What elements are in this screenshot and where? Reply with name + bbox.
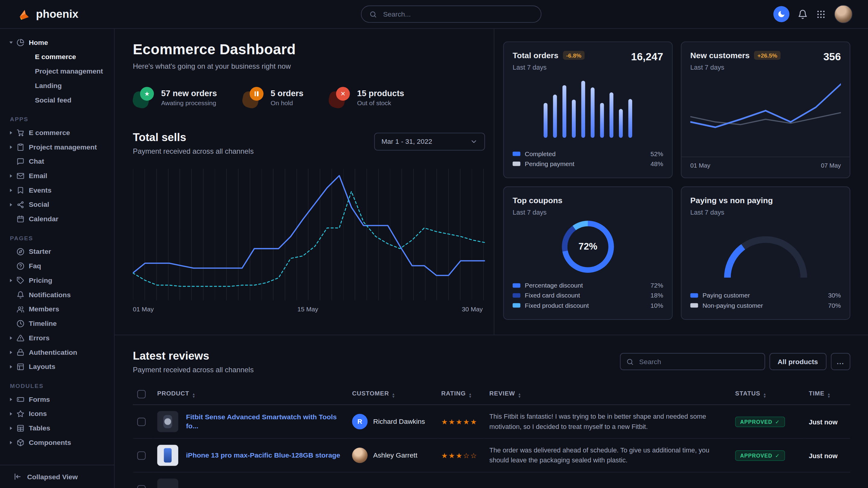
stat-label: On hold — [271, 99, 303, 106]
bar — [562, 85, 566, 138]
checkbox-cell — [133, 405, 153, 438]
total-orders-value: 16,247 — [631, 51, 663, 63]
bar — [572, 99, 576, 138]
sidebar-item-timeline[interactable]: Timeline — [10, 317, 110, 331]
latest-reviews-title: Latest reviews — [133, 350, 254, 362]
sidebar-item-icons[interactable]: Icons — [10, 406, 110, 421]
sidebar-item-members[interactable]: Members — [10, 302, 110, 317]
bookmark-icon — [17, 187, 25, 194]
collapse-icon — [13, 473, 22, 481]
all-products-button[interactable]: All products — [769, 353, 826, 370]
sort-icon: ▲▼ — [827, 393, 831, 398]
share-icon — [17, 201, 25, 208]
global-search-input[interactable] — [382, 10, 533, 19]
clock-icon — [17, 320, 25, 328]
legend-label: Pending payment — [525, 160, 574, 167]
caret-right-icon — [10, 203, 12, 206]
sidebar-item-project-management[interactable]: Project management — [10, 64, 110, 79]
total-orders-card: Total orders -6.8% Last 7 days 16,247 Co… — [503, 42, 673, 178]
column-header-time[interactable]: TIME▲▼ — [804, 384, 850, 405]
sidebar-item-faq[interactable]: Faq — [10, 259, 110, 273]
top-coupons-title: Top coupons — [513, 196, 562, 205]
legend-value: 10% — [651, 302, 663, 308]
sidebar-item-project-management[interactable]: Project management — [10, 140, 110, 154]
sort-icon: ▲▼ — [392, 393, 395, 398]
new-customers-card: New customers +26.5% Last 7 days 356 01 — [681, 42, 850, 178]
table-row: Fitbit Sense Advanced Smartwatch with To… — [133, 405, 850, 438]
sidebar-item-tables[interactable]: Tables — [10, 421, 110, 435]
product-image — [157, 411, 178, 432]
sidebar-item-events[interactable]: Events — [10, 183, 110, 198]
sidebar-item-label: Notifications — [29, 291, 70, 299]
caret-right-icon — [10, 131, 12, 134]
sidebar-item-chat[interactable]: Chat — [10, 154, 110, 169]
column-header-review[interactable]: REVIEW▲▼ — [485, 384, 731, 405]
row-checkbox[interactable] — [137, 451, 146, 460]
column-header-rating[interactable]: RATING▲▼ — [437, 384, 485, 405]
legend-value: 72% — [651, 282, 663, 289]
product-link[interactable]: Fitbit Sense Advanced Smartwatch with To… — [186, 413, 343, 431]
legend-swatch — [690, 303, 698, 308]
select-all-checkbox[interactable] — [137, 390, 146, 398]
sidebar-item-starter[interactable]: Starter — [10, 245, 110, 259]
sidebar: HomeE commerceProject managementLandingS… — [0, 29, 115, 488]
customer-avatar — [352, 448, 367, 463]
brand[interactable]: phoenix — [17, 7, 79, 22]
sidebar-item-components[interactable]: Components — [10, 435, 110, 450]
user-avatar[interactable] — [834, 5, 852, 24]
sidebar-item-layouts[interactable]: Layouts — [10, 360, 110, 374]
sidebar-item-label: Social — [29, 201, 49, 208]
legend-swatch — [690, 293, 698, 298]
notifications-bell-icon[interactable] — [798, 9, 808, 19]
sidebar-item-e-commerce[interactable]: E commerce — [10, 126, 110, 140]
row-checkbox[interactable] — [137, 418, 146, 426]
sidebar-item-forms[interactable]: Forms — [10, 392, 110, 406]
x-icon: ✕ — [329, 87, 350, 108]
column-header-product[interactable]: PRODUCT▲▼ — [153, 384, 348, 405]
card-header: Paying vs non paying Last 7 days — [690, 196, 841, 217]
reviews-search-input[interactable] — [638, 357, 759, 366]
card-heading: New customers +26.5% Last 7 days — [690, 51, 780, 71]
caret-down-icon — [9, 42, 13, 44]
page-subtitle: Here's what's going on at your business … — [133, 62, 485, 70]
paying-vs-non-paying-card: Paying vs non paying Last 7 days Paying … — [681, 187, 850, 320]
sidebar-item-landing[interactable]: Landing — [10, 79, 110, 93]
date-range-select[interactable]: Mar 1 - 31, 2022 — [374, 133, 485, 151]
legend-label: Fixed card discount — [525, 292, 580, 299]
legend-swatch — [513, 293, 521, 298]
product-image — [157, 445, 178, 466]
column-header-status[interactable]: STATUS▲▼ — [731, 384, 804, 405]
card-header: Top coupons Last 7 days — [513, 196, 663, 217]
more-options-button[interactable]: ... — [831, 353, 850, 370]
sidebar-item-authentication[interactable]: Authentication — [10, 345, 110, 360]
row-checkbox[interactable] — [137, 485, 146, 488]
legend-item: Pending payment48% — [513, 159, 663, 169]
order-stats: ★57 new ordersAwating processing5 orders… — [133, 87, 485, 108]
sidebar-item-email[interactable]: Email — [10, 169, 110, 183]
sidebar-section-apps: APPS — [10, 116, 110, 122]
status-badge: APPROVED✓ — [735, 417, 785, 427]
sidebar-item-social-feed[interactable]: Social feed — [10, 93, 110, 107]
theme-toggle-button[interactable] — [773, 6, 789, 22]
sidebar-item-label: Project management — [29, 143, 97, 151]
customer-avatar: R — [352, 414, 367, 429]
sidebar-item-social[interactable]: Social — [10, 197, 110, 212]
product-link[interactable]: iPhone 13 pro max-Pacific Blue-128GB sto… — [186, 451, 340, 460]
collapsed-view-toggle[interactable]: Collapsed View — [0, 465, 114, 488]
total-orders-title: Total orders — [513, 51, 559, 60]
legend-item: Fixed card discount18% — [513, 291, 663, 300]
sidebar-item-notifications[interactable]: Notifications — [10, 288, 110, 302]
sidebar-item-home[interactable]: Home — [10, 35, 110, 50]
paying-legend: Paying customer30%Non-paying customer70% — [690, 287, 841, 311]
phoenix-logo-icon — [17, 7, 31, 22]
sidebar-item-pricing[interactable]: Pricing — [10, 273, 110, 288]
latest-reviews-header: Latest reviews Payment received across a… — [133, 350, 850, 374]
sidebar-item-errors[interactable]: Errors — [10, 331, 110, 346]
caret-right-icon — [10, 412, 12, 415]
dashboard-left-column: Ecommerce Dashboard Here's what's going … — [115, 29, 494, 334]
review-time: Just now — [809, 418, 838, 426]
sidebar-item-e-commerce[interactable]: E commerce — [10, 50, 110, 64]
sidebar-item-calendar[interactable]: Calendar — [10, 212, 110, 226]
column-header-customer[interactable]: CUSTOMER▲▼ — [348, 384, 437, 405]
apps-grid-icon[interactable] — [816, 9, 826, 19]
